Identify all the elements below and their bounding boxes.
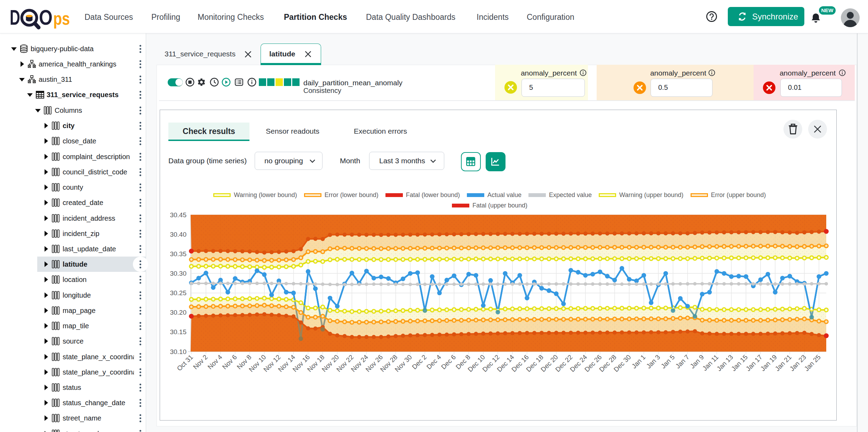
svg-text:Oct 31: Oct 31 bbox=[175, 353, 194, 372]
svg-text:Jan 1: Jan 1 bbox=[630, 353, 647, 370]
svg-text:Jan 15: Jan 15 bbox=[730, 353, 749, 372]
svg-text:Jan 5: Jan 5 bbox=[660, 353, 676, 370]
svg-text:Dec 4: Dec 4 bbox=[425, 353, 443, 371]
svg-text:Jan 19: Jan 19 bbox=[759, 353, 778, 372]
svg-text:Jan 21: Jan 21 bbox=[774, 353, 793, 372]
svg-text:30.20: 30.20 bbox=[170, 309, 186, 316]
svg-text:Jan 25: Jan 25 bbox=[803, 353, 822, 372]
svg-text:Nov 6: Nov 6 bbox=[221, 353, 238, 371]
svg-text:Jan 3: Jan 3 bbox=[645, 353, 662, 370]
svg-text:O: O bbox=[39, 6, 53, 29]
svg-text:Jan 7: Jan 7 bbox=[674, 353, 691, 370]
svg-text:30.35: 30.35 bbox=[170, 250, 186, 258]
svg-text:30.25: 30.25 bbox=[170, 289, 186, 297]
svg-text:Nov 4: Nov 4 bbox=[206, 353, 224, 371]
svg-text:ps: ps bbox=[53, 8, 70, 29]
svg-text:30.30: 30.30 bbox=[170, 270, 186, 277]
svg-text:Jan 23: Jan 23 bbox=[788, 353, 807, 372]
svg-text:30.40: 30.40 bbox=[170, 231, 186, 238]
svg-text:Jan 17: Jan 17 bbox=[744, 353, 764, 372]
svg-text:Jan 13: Jan 13 bbox=[715, 353, 734, 372]
svg-text:30.15: 30.15 bbox=[170, 328, 186, 336]
svg-text:Dec 6: Dec 6 bbox=[440, 353, 457, 371]
svg-text:Dec 2: Dec 2 bbox=[411, 353, 428, 371]
svg-text:D: D bbox=[10, 6, 20, 29]
svg-text:30.45: 30.45 bbox=[170, 211, 186, 219]
svg-text:Nov 2: Nov 2 bbox=[192, 353, 209, 371]
svg-text:30.10: 30.10 bbox=[170, 348, 186, 355]
